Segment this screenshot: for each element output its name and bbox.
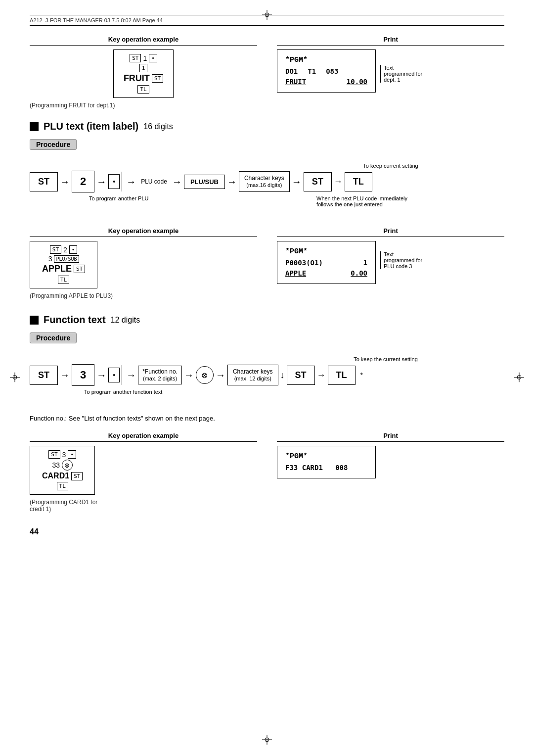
dept-fruit-line: FRUIT 10.00 bbox=[285, 77, 367, 87]
plu-st-box: ST bbox=[30, 172, 58, 191]
plu-flow-row: ST → 2 → • → PLU code → PLU/SUB → bbox=[30, 171, 504, 192]
plu-section: PLU text (item label) 16 digits Procedur… bbox=[30, 121, 504, 299]
plu-arrow1: → bbox=[60, 176, 70, 188]
func-st-box: ST bbox=[30, 366, 58, 385]
plu-char-keys-wrapper: Character keys(max.16 digits) bbox=[239, 171, 290, 192]
plu-print-wrapper: Print *PGM* P0003(O1) 1 APPLE 0.00 bbox=[277, 227, 504, 299]
func-st-key: ST bbox=[48, 450, 60, 459]
reg-mark-left bbox=[10, 373, 20, 384]
plu-print-box: *PGM* P0003(O1) 1 APPLE 0.00 Textprogram… bbox=[277, 241, 376, 284]
dept-1: 1 bbox=[143, 54, 147, 62]
reg-mark-right bbox=[514, 373, 524, 384]
func-key-row4: TL bbox=[42, 481, 83, 490]
func-pgm-line: *PGM* bbox=[285, 451, 367, 463]
page-number: 44 bbox=[30, 527, 504, 536]
func-receipt: *PGM* F33 CARD1 008 bbox=[285, 451, 367, 473]
plu-key-op-title: Key operation example bbox=[30, 227, 257, 237]
dept-key-row1: ST 1 • bbox=[124, 54, 163, 62]
plu-sub-box: PLU/SUB bbox=[184, 175, 225, 189]
func-procedure-badge: Procedure bbox=[30, 332, 77, 343]
dept-t1: T1 bbox=[308, 66, 316, 77]
func-annot-top: To keep the current setting bbox=[267, 356, 504, 362]
func-3-key: 3 bbox=[62, 451, 66, 459]
plu-dot-key: • bbox=[69, 245, 78, 254]
plu-annotations-bottom: To program another PLU When the next PLU… bbox=[30, 195, 504, 207]
func-key-row3: CARD1 ST bbox=[42, 472, 83, 480]
plu-3-num: 3 bbox=[48, 255, 52, 263]
dept-two-col: Key operation example ST 1 • 1 FRUIT ST bbox=[30, 36, 504, 109]
func-card1-label: CARD1 bbox=[42, 472, 69, 480]
dept-fruit-text: FRUIT bbox=[285, 77, 306, 87]
plu-arrow4: → bbox=[172, 176, 182, 188]
plu-tl-key: TL bbox=[58, 276, 69, 284]
dept-dot-key: • bbox=[149, 54, 157, 62]
dept-key-row4: TL bbox=[124, 85, 163, 94]
plu-st2-box: ST bbox=[304, 172, 332, 191]
func-flow-row: ST → 3 → • → *Function no.(max. 2 digits… bbox=[30, 364, 504, 386]
func-arrow7: → bbox=[317, 370, 326, 380]
func-symbol-box: ⊗ bbox=[196, 366, 214, 384]
func-arrow3: → bbox=[126, 370, 136, 381]
plu-arrow2: → bbox=[96, 176, 106, 188]
plu-dot-box: • bbox=[108, 174, 120, 189]
dept-st-key: ST bbox=[130, 54, 141, 62]
func-no-box: *Function no.(max. 2 digits) bbox=[138, 366, 182, 384]
plu-arrow3: → bbox=[126, 176, 136, 188]
plu-section-title: PLU text (item label) 16 digits bbox=[30, 121, 504, 132]
func-key-op-wrapper: Key operation example ST 3 • 33 ⊗ CARD1 … bbox=[30, 432, 257, 513]
plu-p0003-line: P0003(O1) 1 bbox=[285, 258, 367, 268]
plu-arrow5: → bbox=[227, 176, 237, 188]
plu-key-op-wrapper: Key operation example ST 2 • 3 PLU/SUB A… bbox=[30, 227, 257, 299]
func-arrow4: → bbox=[184, 370, 194, 381]
plu-1: 1 bbox=[363, 258, 367, 268]
func-print-box: *PGM* F33 CARD1 008 bbox=[277, 446, 376, 478]
plu-apple-label: APPLE bbox=[42, 264, 72, 274]
page: A212_3 FOR THE MANAGER 03.7.5 8:02 AM Pa… bbox=[0, 0, 534, 756]
func-tl-key: TL bbox=[57, 482, 68, 490]
plu-code-label: PLU code bbox=[141, 178, 167, 185]
func-annot-bottom: To program another function text bbox=[84, 389, 504, 395]
plu-st2-key: ST bbox=[74, 265, 85, 273]
dept-key-seq-box: ST 1 • 1 FRUIT ST TL bbox=[113, 49, 174, 98]
plu-arrow7: → bbox=[334, 177, 343, 187]
plu-procedure-badge: Procedure bbox=[30, 139, 77, 150]
func-caption: (Programming CARD1 forcredit 1) bbox=[30, 499, 257, 513]
plu-key-row3: APPLE ST bbox=[42, 264, 85, 274]
dept-key-row2: 1 bbox=[124, 63, 163, 72]
func-title-suffix: 12 digits bbox=[111, 316, 140, 325]
dept-083: 083 bbox=[326, 66, 338, 77]
plu-char-keys-box: Character keys(max.16 digits) bbox=[239, 171, 290, 192]
dept-st2-key: ST bbox=[152, 74, 163, 83]
plu-print-title: Print bbox=[277, 227, 504, 237]
func-branch-line bbox=[122, 365, 122, 385]
plu-caption: (Programming APPLE to PLU3) bbox=[30, 292, 257, 299]
func-3-box: 3 bbox=[72, 364, 94, 386]
reg-mark-bottom bbox=[262, 735, 272, 746]
dept-10-00: 10.00 bbox=[347, 77, 367, 87]
dept-print-wrapper: Print *PGM* DO1 T1 083 FRUIT 10.00 bbox=[277, 36, 504, 109]
func-arrow5: → bbox=[216, 370, 225, 381]
plu-2-box: 2 bbox=[72, 171, 94, 192]
func-key-seq-box: ST 3 • 33 ⊗ CARD1 ST TL bbox=[30, 446, 95, 495]
plu-flow-wrapper: To keep current setting ST → 2 → • → PLU… bbox=[30, 158, 504, 222]
plu-p0003: P0003(O1) bbox=[285, 258, 323, 268]
dept-receipt: *PGM* DO1 T1 083 FRUIT 10.00 bbox=[285, 55, 367, 87]
func-section: Function text 12 digits Procedure To kee… bbox=[30, 314, 504, 513]
plu-title-suffix: 16 digits bbox=[143, 122, 173, 131]
dept-fruit-label: FRUIT bbox=[124, 73, 150, 84]
func-key-row2: 33 ⊗ bbox=[42, 460, 83, 471]
func-note-text: Function no.: See "List of function text… bbox=[30, 415, 504, 422]
plu-key-seq-box: ST 2 • 3 PLU/SUB APPLE ST TL bbox=[30, 241, 97, 288]
plu-branch-line bbox=[122, 172, 122, 191]
plu-branch bbox=[122, 172, 122, 191]
func-dot-box: • bbox=[108, 368, 120, 382]
plu-2-key: 2 bbox=[63, 246, 67, 254]
func-print-title: Print bbox=[277, 432, 504, 442]
dept-annotation: Textprogrammed fordept. 1 bbox=[380, 65, 440, 83]
func-33-num: 33 bbox=[52, 461, 60, 469]
func-arrow1: → bbox=[60, 370, 70, 381]
func-black-square bbox=[30, 316, 39, 325]
func-print-wrapper: Print *PGM* F33 CARD1 008 bbox=[277, 432, 504, 513]
dept-print-box: *PGM* DO1 T1 083 FRUIT 10.00 Textprogram… bbox=[277, 49, 376, 93]
func-branch bbox=[122, 365, 122, 385]
